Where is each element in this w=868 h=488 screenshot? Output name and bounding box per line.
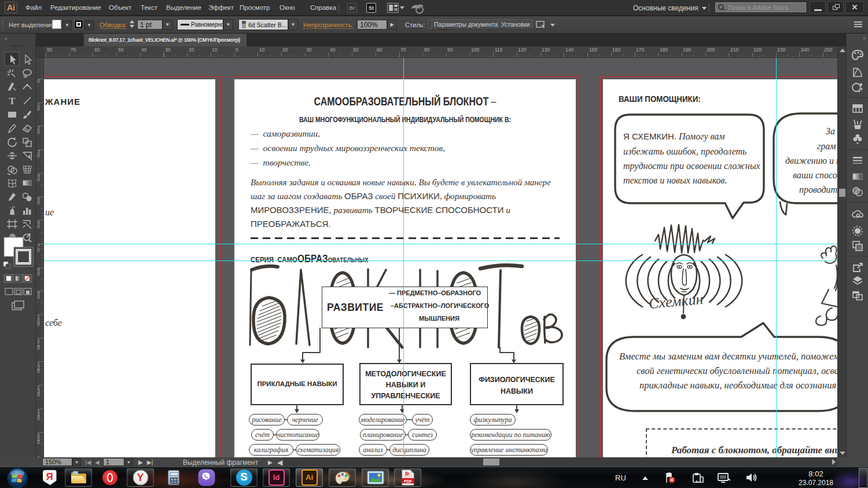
svg-text:«: «: [5, 36, 8, 42]
svg-text:»: »: [863, 35, 866, 41]
svg-text:T: T: [9, 96, 16, 107]
svg-text:PDF: PDF: [404, 479, 413, 483]
